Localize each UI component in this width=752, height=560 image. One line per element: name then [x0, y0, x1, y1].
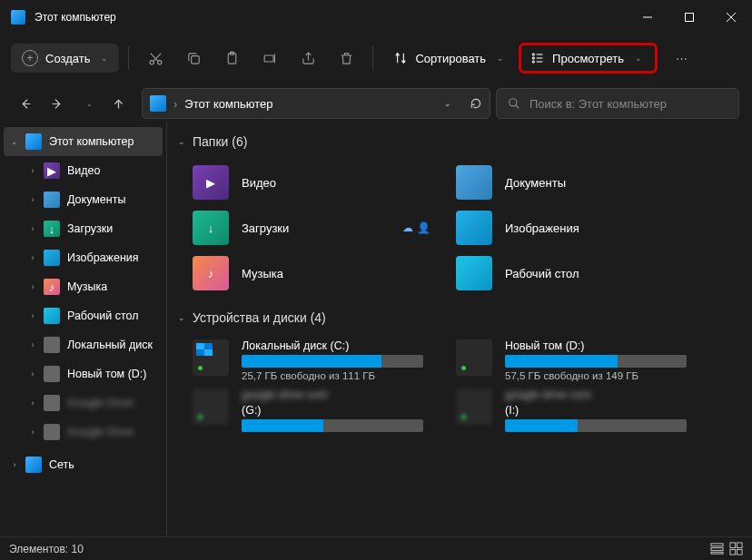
sidebar: ⌄ Этот компьютер ›▶Видео ›Документы ›↓За…: [0, 122, 167, 536]
search-icon: [508, 97, 520, 110]
collapse-icon[interactable]: ⌄: [178, 313, 185, 322]
this-pc-icon: [150, 95, 166, 112]
drive-g[interactable]: google drive com (G:): [189, 385, 452, 436]
expand-icon[interactable]: ›: [27, 398, 38, 408]
view-button[interactable]: Просмотреть ⌄: [519, 43, 658, 74]
drive-icon: [456, 339, 492, 376]
back-button[interactable]: [13, 91, 38, 116]
drive-letter: (G:): [242, 404, 449, 417]
capacity-bar: [242, 419, 423, 432]
folder-images[interactable]: Изображения: [452, 205, 716, 251]
expand-icon[interactable]: ›: [27, 311, 38, 320]
led-icon: [198, 366, 203, 370]
recent-button[interactable]: ⌄: [74, 91, 100, 116]
folder-icon: [456, 211, 492, 245]
copy-button[interactable]: [176, 42, 211, 74]
content-pane[interactable]: ⌄ Папки (6) ▶Видео Документы ↓Загрузки☁👤…: [167, 122, 752, 536]
folder-icon: [44, 250, 60, 266]
svg-rect-22: [730, 549, 736, 555]
sidebar-this-pc[interactable]: ⌄ Этот компьютер: [4, 127, 163, 156]
group-title: Устройства и диски (4): [193, 310, 326, 325]
item-count: Элементов: 10: [9, 543, 84, 555]
svg-point-12: [532, 61, 534, 63]
group-header-folders[interactable]: ⌄ Папки (6): [174, 129, 745, 154]
sidebar-label: Новый том (D:): [67, 368, 147, 380]
share-button[interactable]: [291, 42, 325, 74]
folder-label: Загрузки: [242, 221, 289, 235]
close-button[interactable]: [710, 0, 752, 34]
expand-icon[interactable]: ›: [27, 427, 38, 437]
up-button[interactable]: [105, 91, 131, 116]
sidebar-label: Документы: [67, 193, 125, 206]
tiles-view-button[interactable]: [729, 542, 743, 555]
breadcrumb-sep: ›: [173, 97, 177, 111]
expand-icon[interactable]: ›: [27, 195, 38, 204]
cut-button[interactable]: [138, 42, 173, 74]
refresh-icon[interactable]: [470, 97, 482, 110]
explorer-window: Этот компьютер + Создать ⌄ Сортировать ⌄…: [0, 0, 752, 560]
sidebar-label: Этот компьютер: [49, 135, 134, 148]
expand-icon[interactable]: ›: [27, 166, 38, 175]
drives-grid: Локальный диск (C:) 25,7 ГБ свободно из …: [174, 330, 745, 445]
breadcrumb-item[interactable]: Этот компьютер: [184, 97, 272, 111]
chevron-down-icon: ⌄: [635, 54, 642, 63]
address-bar[interactable]: › Этот компьютер ⌄: [142, 88, 490, 119]
new-button[interactable]: + Создать ⌄: [11, 44, 119, 73]
forward-button[interactable]: [44, 91, 69, 116]
expand-icon[interactable]: ›: [27, 340, 38, 349]
expand-icon[interactable]: ›: [27, 369, 38, 378]
folder-icon: ▶: [193, 165, 229, 200]
drive-info: google drive com (G:): [242, 388, 449, 432]
chevron-down-icon[interactable]: ⌄: [444, 99, 451, 108]
folder-documents[interactable]: Документы: [452, 160, 716, 205]
drive-name: google drive com: [505, 388, 712, 401]
folder-icon: [456, 165, 492, 200]
folder-label: Музыка: [242, 267, 283, 280]
group-header-drives[interactable]: ⌄ Устройства и диски (4): [174, 305, 745, 330]
svg-rect-17: [711, 544, 723, 546]
this-pc-icon: [11, 10, 25, 25]
sidebar-item-music[interactable]: ›♪Музыка: [4, 272, 163, 301]
folder-icon: ♪: [193, 256, 229, 290]
folder-downloads[interactable]: ↓Загрузки☁👤: [189, 205, 452, 251]
sidebar-item-local-disk[interactable]: ›Локальный диск: [4, 330, 163, 359]
folder-icon: ↓: [193, 211, 229, 245]
sort-button[interactable]: Сортировать ⌄: [382, 44, 515, 72]
sidebar-network[interactable]: ›Сеть: [4, 450, 163, 479]
rename-button[interactable]: [252, 42, 287, 74]
drive-i[interactable]: google drive com (I:): [452, 385, 716, 436]
more-button[interactable]: ⋯: [665, 42, 699, 74]
sidebar-item-documents[interactable]: ›Документы: [4, 185, 163, 214]
delete-button[interactable]: [329, 42, 363, 74]
sidebar-item-images[interactable]: ›Изображения: [4, 243, 163, 272]
svg-point-4: [150, 60, 153, 64]
separator: [372, 46, 373, 70]
folder-desktop[interactable]: Рабочий стол: [452, 251, 716, 296]
maximize-button[interactable]: [668, 0, 710, 34]
expand-icon[interactable]: ›: [9, 460, 20, 469]
drive-d[interactable]: Новый том (D:) 57,5 ГБ свободно из 149 Г…: [452, 336, 716, 385]
folder-music[interactable]: ♪Музыка: [189, 251, 452, 296]
sidebar-item-downloads[interactable]: ›↓Загрузки: [4, 214, 163, 243]
expand-icon[interactable]: ⌄: [9, 137, 20, 146]
folder-label: Рабочий стол: [505, 267, 579, 280]
sidebar-item-d-drive[interactable]: ›Новый том (D:): [4, 359, 163, 388]
folder-video[interactable]: ▶Видео: [189, 160, 452, 205]
sidebar-item-desktop[interactable]: ›Рабочий стол: [4, 301, 163, 330]
paste-button[interactable]: [214, 42, 249, 74]
sidebar-item-drive[interactable]: ›Google Drive: [4, 418, 163, 447]
sidebar-item-drive[interactable]: ›Google Drive: [4, 388, 163, 418]
expand-icon[interactable]: ›: [27, 224, 38, 233]
details-view-button[interactable]: [710, 542, 724, 555]
expand-icon[interactable]: ›: [27, 253, 38, 262]
search-input[interactable]: Поиск в: Этот компьютер: [496, 88, 739, 119]
svg-point-5: [158, 60, 162, 64]
network-icon: [25, 457, 42, 473]
minimize-button[interactable]: [627, 0, 668, 34]
drive-c[interactable]: Локальный диск (C:) 25,7 ГБ свободно из …: [189, 336, 452, 385]
expand-icon[interactable]: ›: [27, 282, 38, 291]
sidebar-label: Музыка: [67, 280, 107, 293]
sidebar-item-video[interactable]: ›▶Видео: [4, 156, 163, 185]
drive-info: google drive com (I:): [505, 388, 712, 432]
collapse-icon[interactable]: ⌄: [178, 137, 185, 146]
